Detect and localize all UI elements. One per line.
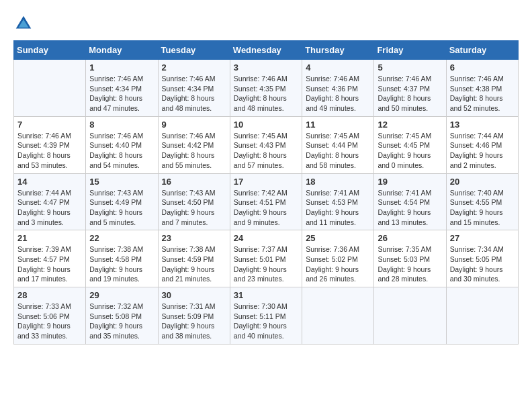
calendar-cell: 26Sunrise: 7:35 AM Sunset: 5:03 PM Dayli… — [374, 230, 446, 287]
day-info: Sunrise: 7:46 AM Sunset: 4:38 PM Dayligh… — [450, 74, 515, 113]
day-number: 16 — [162, 177, 226, 187]
day-number: 1 — [89, 62, 154, 73]
calendar-cell: 29Sunrise: 7:32 AM Sunset: 5:08 PM Dayli… — [86, 287, 158, 345]
day-number: 27 — [450, 233, 515, 243]
day-info: Sunrise: 7:36 AM Sunset: 5:02 PM Dayligh… — [306, 244, 370, 284]
day-number: 7 — [17, 120, 82, 130]
day-info: Sunrise: 7:46 AM Sunset: 4:34 PM Dayligh… — [162, 74, 226, 113]
day-info: Sunrise: 7:46 AM Sunset: 4:42 PM Dayligh… — [162, 131, 226, 171]
logo-icon — [13, 13, 34, 34]
calendar-cell: 15Sunrise: 7:43 AM Sunset: 4:49 PM Dayli… — [86, 173, 158, 230]
day-number: 8 — [89, 120, 154, 130]
calendar-cell: 31Sunrise: 7:30 AM Sunset: 5:11 PM Dayli… — [230, 287, 302, 345]
weekday-header: Thursday — [302, 41, 374, 60]
calendar-cell: 24Sunrise: 7:37 AM Sunset: 5:01 PM Dayli… — [230, 230, 302, 287]
calendar-cell: 11Sunrise: 7:45 AM Sunset: 4:44 PM Dayli… — [302, 116, 374, 173]
day-info: Sunrise: 7:32 AM Sunset: 5:08 PM Dayligh… — [89, 302, 154, 341]
calendar-cell: 14Sunrise: 7:44 AM Sunset: 4:47 PM Dayli… — [14, 173, 86, 230]
day-number: 28 — [17, 290, 82, 300]
header-row: SundayMondayTuesdayWednesdayThursdayFrid… — [14, 41, 519, 60]
day-info: Sunrise: 7:31 AM Sunset: 5:09 PM Dayligh… — [162, 302, 226, 341]
day-number: 23 — [162, 233, 226, 243]
calendar-week-row: 7Sunrise: 7:46 AM Sunset: 4:39 PM Daylig… — [14, 116, 519, 173]
day-number: 6 — [450, 62, 515, 73]
day-info: Sunrise: 7:46 AM Sunset: 4:36 PM Dayligh… — [306, 74, 370, 113]
day-info: Sunrise: 7:34 AM Sunset: 5:05 PM Dayligh… — [450, 244, 515, 284]
day-number: 13 — [450, 120, 515, 130]
day-info: Sunrise: 7:41 AM Sunset: 4:54 PM Dayligh… — [378, 188, 442, 228]
calendar-week-row: 1Sunrise: 7:46 AM Sunset: 4:34 PM Daylig… — [14, 60, 519, 117]
weekday-header: Monday — [86, 41, 158, 60]
day-number: 29 — [89, 290, 154, 300]
calendar-cell — [14, 60, 86, 117]
weekday-header: Tuesday — [158, 41, 230, 60]
day-info: Sunrise: 7:37 AM Sunset: 5:01 PM Dayligh… — [234, 244, 298, 284]
calendar-cell: 27Sunrise: 7:34 AM Sunset: 5:05 PM Dayli… — [446, 230, 518, 287]
day-info: Sunrise: 7:43 AM Sunset: 4:49 PM Dayligh… — [89, 188, 154, 228]
day-number: 20 — [450, 177, 515, 187]
calendar-cell: 28Sunrise: 7:33 AM Sunset: 5:06 PM Dayli… — [14, 287, 86, 345]
day-info: Sunrise: 7:46 AM Sunset: 4:40 PM Dayligh… — [89, 131, 154, 171]
weekday-header: Sunday — [14, 41, 86, 60]
calendar-cell: 20Sunrise: 7:40 AM Sunset: 4:55 PM Dayli… — [446, 173, 518, 230]
calendar-cell — [302, 287, 374, 345]
calendar-cell: 8Sunrise: 7:46 AM Sunset: 4:40 PM Daylig… — [86, 116, 158, 173]
calendar-cell: 23Sunrise: 7:38 AM Sunset: 4:59 PM Dayli… — [158, 230, 230, 287]
calendar-cell: 21Sunrise: 7:39 AM Sunset: 4:57 PM Dayli… — [14, 230, 86, 287]
calendar-cell: 10Sunrise: 7:45 AM Sunset: 4:43 PM Dayli… — [230, 116, 302, 173]
day-number: 31 — [234, 290, 298, 300]
calendar-table: SundayMondayTuesdayWednesdayThursdayFrid… — [13, 40, 519, 345]
day-info: Sunrise: 7:46 AM Sunset: 4:34 PM Dayligh… — [89, 74, 154, 113]
day-info: Sunrise: 7:45 AM Sunset: 4:45 PM Dayligh… — [378, 131, 442, 171]
day-number: 4 — [306, 62, 370, 73]
day-number: 25 — [306, 233, 370, 243]
weekday-header: Saturday — [446, 41, 518, 60]
calendar-header: SundayMondayTuesdayWednesdayThursdayFrid… — [14, 41, 519, 60]
day-number: 21 — [17, 233, 82, 243]
weekday-header: Friday — [374, 41, 446, 60]
day-info: Sunrise: 7:42 AM Sunset: 4:51 PM Dayligh… — [234, 188, 298, 228]
day-number: 3 — [234, 62, 298, 73]
day-number: 26 — [378, 233, 442, 243]
day-info: Sunrise: 7:40 AM Sunset: 4:55 PM Dayligh… — [450, 188, 515, 228]
calendar-cell: 7Sunrise: 7:46 AM Sunset: 4:39 PM Daylig… — [14, 116, 86, 173]
page-header — [13, 13, 519, 34]
day-number: 12 — [378, 120, 442, 130]
day-info: Sunrise: 7:38 AM Sunset: 4:58 PM Dayligh… — [89, 244, 154, 284]
calendar-cell: 19Sunrise: 7:41 AM Sunset: 4:54 PM Dayli… — [374, 173, 446, 230]
day-info: Sunrise: 7:46 AM Sunset: 4:35 PM Dayligh… — [234, 74, 298, 113]
day-number: 24 — [234, 233, 298, 243]
calendar-cell: 9Sunrise: 7:46 AM Sunset: 4:42 PM Daylig… — [158, 116, 230, 173]
day-number: 15 — [89, 177, 154, 187]
calendar-cell — [446, 287, 518, 345]
day-number: 18 — [306, 177, 370, 187]
day-info: Sunrise: 7:45 AM Sunset: 4:44 PM Dayligh… — [306, 131, 370, 171]
weekday-header: Wednesday — [230, 41, 302, 60]
calendar-week-row: 14Sunrise: 7:44 AM Sunset: 4:47 PM Dayli… — [14, 173, 519, 230]
calendar-cell: 2Sunrise: 7:46 AM Sunset: 4:34 PM Daylig… — [158, 60, 230, 117]
calendar-cell: 17Sunrise: 7:42 AM Sunset: 4:51 PM Dayli… — [230, 173, 302, 230]
day-info: Sunrise: 7:46 AM Sunset: 4:37 PM Dayligh… — [378, 74, 442, 113]
calendar-cell: 6Sunrise: 7:46 AM Sunset: 4:38 PM Daylig… — [446, 60, 518, 117]
day-info: Sunrise: 7:46 AM Sunset: 4:39 PM Dayligh… — [17, 131, 82, 171]
day-info: Sunrise: 7:41 AM Sunset: 4:53 PM Dayligh… — [306, 188, 370, 228]
day-number: 11 — [306, 120, 370, 130]
calendar-cell: 16Sunrise: 7:43 AM Sunset: 4:50 PM Dayli… — [158, 173, 230, 230]
calendar-week-row: 21Sunrise: 7:39 AM Sunset: 4:57 PM Dayli… — [14, 230, 519, 287]
calendar-week-row: 28Sunrise: 7:33 AM Sunset: 5:06 PM Dayli… — [14, 287, 519, 345]
calendar-cell — [374, 287, 446, 345]
calendar-cell: 18Sunrise: 7:41 AM Sunset: 4:53 PM Dayli… — [302, 173, 374, 230]
day-info: Sunrise: 7:30 AM Sunset: 5:11 PM Dayligh… — [234, 302, 298, 341]
calendar-cell: 5Sunrise: 7:46 AM Sunset: 4:37 PM Daylig… — [374, 60, 446, 117]
day-number: 30 — [162, 290, 226, 300]
day-number: 10 — [234, 120, 298, 130]
logo — [13, 13, 36, 34]
calendar-cell: 13Sunrise: 7:44 AM Sunset: 4:46 PM Dayli… — [446, 116, 518, 173]
day-number: 14 — [17, 177, 82, 187]
calendar-cell: 30Sunrise: 7:31 AM Sunset: 5:09 PM Dayli… — [158, 287, 230, 345]
calendar-cell: 3Sunrise: 7:46 AM Sunset: 4:35 PM Daylig… — [230, 60, 302, 117]
day-info: Sunrise: 7:43 AM Sunset: 4:50 PM Dayligh… — [162, 188, 226, 228]
day-number: 19 — [378, 177, 442, 187]
day-info: Sunrise: 7:44 AM Sunset: 4:47 PM Dayligh… — [17, 188, 82, 228]
day-info: Sunrise: 7:33 AM Sunset: 5:06 PM Dayligh… — [17, 302, 82, 341]
